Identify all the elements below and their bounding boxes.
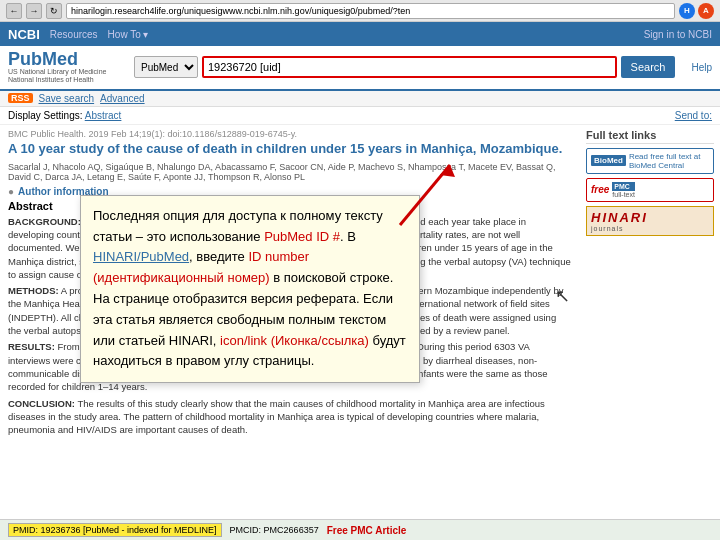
tooltip-pubmed-id: PubMed ID # bbox=[264, 229, 340, 244]
url-bar[interactable] bbox=[66, 3, 675, 19]
tooltip-icon-link: icon/link (Иконка/ссылка) bbox=[220, 333, 369, 348]
ncbi-resources-link[interactable]: Resources bbox=[50, 29, 98, 40]
forward-button[interactable]: → bbox=[26, 3, 42, 19]
right-sidebar: Full text links BioMed Read free full te… bbox=[580, 129, 720, 437]
tooltip-overlay: Последняя опция для доступа к полному те… bbox=[80, 195, 420, 383]
main-content: BMC Public Health. 2019 Feb 14;19(1): do… bbox=[0, 125, 720, 441]
browser-icon-h: H bbox=[679, 3, 695, 19]
browser-chrome: ← → ↻ H A bbox=[0, 0, 720, 22]
free-pmc-box[interactable]: free PMC full-text bbox=[586, 178, 714, 202]
ncbi-logo: NCBI bbox=[8, 27, 40, 42]
full-text-header: Full text links bbox=[586, 129, 714, 144]
bottom-bar: PMID: 19236736 [PubMed - indexed for MED… bbox=[0, 519, 720, 540]
display-bar: Display Settings: Abstract Send to: bbox=[0, 107, 720, 125]
hinari-box[interactable]: HINARI journals bbox=[586, 206, 714, 236]
format-link[interactable]: Abstract bbox=[85, 110, 122, 121]
tooltip-text-mid2: , введите bbox=[189, 249, 248, 264]
ncbi-nav: NCBI Resources How To ▾ Sign in to NCBI bbox=[0, 22, 720, 46]
abstract-conclusion: CONCLUSION: The results of this study cl… bbox=[8, 397, 572, 437]
biomed-text: Read free full text at BioMed Central bbox=[629, 152, 701, 170]
send-to[interactable]: Send to: bbox=[675, 110, 712, 121]
pubmed-logo: PubMed US National Library of Medicine N… bbox=[8, 50, 128, 85]
pmid-box: PMID: 19236736 [PubMed - indexed for MED… bbox=[8, 523, 222, 537]
database-select[interactable]: PubMed bbox=[134, 56, 198, 78]
pmc-info: PMC full-text bbox=[612, 182, 635, 198]
rss-icon: RSS bbox=[8, 93, 33, 103]
search-input[interactable] bbox=[202, 56, 617, 78]
biomed-logo: BioMed bbox=[591, 155, 626, 166]
ncbi-howto-link[interactable]: How To ▾ bbox=[108, 29, 148, 40]
pubmed-logo-sub2: National Institutes of Health bbox=[8, 76, 128, 84]
pubmed-logo-text: PubMed bbox=[8, 50, 128, 68]
reload-button[interactable]: ↻ bbox=[46, 3, 62, 19]
hinari-sub: journals bbox=[591, 225, 709, 232]
free-pmc-article-label[interactable]: Free PMC Article bbox=[327, 525, 407, 536]
article-source: BMC Public Health. 2019 Feb 14;19(1): do… bbox=[8, 129, 572, 139]
article-authors: Sacarlal J, Nhacolo AQ, Sigaúque B, Nhal… bbox=[8, 162, 572, 182]
red-arrow bbox=[390, 155, 470, 235]
help-link[interactable]: Help bbox=[691, 62, 712, 73]
tooltip-text-mid1: . В bbox=[340, 229, 356, 244]
search-input-wrap bbox=[202, 56, 617, 78]
search-button[interactable]: Search bbox=[621, 56, 676, 78]
free-label: free bbox=[591, 184, 609, 195]
advanced-link[interactable]: Advanced bbox=[100, 93, 144, 104]
pmc-logo: PMC bbox=[612, 182, 635, 191]
browser-icon-a: A bbox=[698, 3, 714, 19]
biomed-central-box[interactable]: BioMed Read free full text at BioMed Cen… bbox=[586, 148, 714, 174]
browser-icons: H A bbox=[679, 3, 714, 19]
ncbi-signin-link[interactable]: Sign in to NCBI bbox=[644, 29, 712, 40]
pubmed-header: PubMed US National Library of Medicine N… bbox=[0, 46, 720, 91]
article-title: A 10 year study of the cause of death in… bbox=[8, 141, 572, 158]
pubmed-sub-nav: RSS Save search Advanced bbox=[0, 91, 720, 107]
cursor: ↖ bbox=[555, 285, 570, 307]
pubmed-search-area: PubMed Search bbox=[134, 56, 675, 78]
save-search-link[interactable]: Save search bbox=[39, 93, 95, 104]
back-button[interactable]: ← bbox=[6, 3, 22, 19]
pubmed-logo-sub1: US National Library of Medicine bbox=[8, 68, 128, 76]
tooltip-hinari-link[interactable]: HINARI/PubMed bbox=[93, 249, 189, 264]
display-settings: Display Settings: Abstract bbox=[8, 110, 121, 121]
pmcid-label: PMCID: PMC2666357 bbox=[230, 525, 319, 535]
display-label: Display Settings: bbox=[8, 110, 82, 121]
hinari-label: HINARI bbox=[591, 210, 648, 225]
